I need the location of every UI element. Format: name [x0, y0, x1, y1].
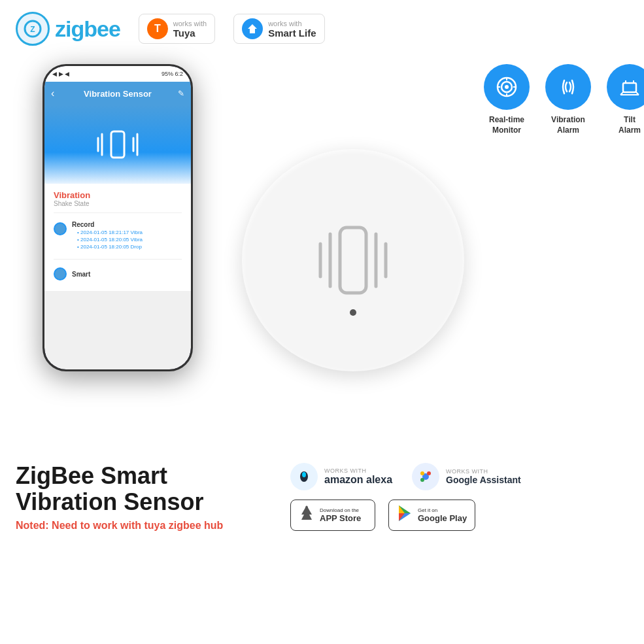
- smartlife-brand: Smart Life: [268, 27, 316, 39]
- phone-mockup: ◀ ▶ ◀ 95% 6:2 ‹ Vibration Sensor ✎: [42, 64, 193, 371]
- vibration-alarm-icon: [545, 64, 591, 110]
- zigbee-brand-text: zigbee: [55, 16, 120, 42]
- svg-point-32: [420, 478, 424, 482]
- app-store-name: APP Store: [320, 513, 361, 523]
- record-icon: [54, 222, 67, 235]
- bottom-section: ZigBee Smart Vibration Sensor Noted: Nee…: [0, 450, 644, 532]
- zigbee-logo: Z zigbee: [16, 12, 120, 46]
- feature-realtime: Real-timeMonitor: [484, 64, 530, 135]
- smartlife-icon: [242, 18, 263, 39]
- smartlife-badge: works with Smart Life: [233, 14, 324, 44]
- record-item-2: • 2024-01-05 18:20:05 Vibra: [72, 237, 143, 243]
- device-area: [222, 58, 484, 450]
- svg-point-33: [305, 506, 308, 509]
- google-icon: [412, 463, 439, 490]
- tuya-works-with: works with: [173, 20, 207, 27]
- feature-tilt: TiltAlarm: [607, 64, 644, 135]
- smartlife-text-area: works with Smart Life: [268, 20, 316, 39]
- vibration-label-feat: VibrationAlarm: [551, 115, 585, 135]
- realtime-label: Real-timeMonitor: [489, 115, 524, 135]
- alexa-badge: WORKS WITH amazon alexa: [290, 463, 392, 490]
- alexa-name: amazon alexa: [324, 474, 392, 486]
- record-title: Record: [72, 221, 143, 228]
- svg-point-27: [302, 472, 306, 477]
- phone-back-icon[interactable]: ‹: [51, 88, 54, 99]
- google-badge: WORKS WITH Google Assistant: [412, 463, 521, 490]
- feature-vibration: VibrationAlarm: [545, 64, 591, 135]
- app-store-text: Download on the APP Store: [320, 507, 361, 523]
- google-play-icon: [397, 504, 413, 526]
- google-play-badge[interactable]: Get it on Google Play: [388, 500, 475, 531]
- tuya-brand: Tuya: [173, 27, 207, 39]
- phone-blue-section: [44, 105, 191, 184]
- google-play-small: Get it on: [418, 507, 467, 513]
- svg-text:Z: Z: [30, 25, 35, 34]
- vibration-visual: [92, 125, 144, 164]
- title-line1: ZigBee Smart: [16, 462, 167, 489]
- store-row: Download on the APP Store Get it on Go: [290, 500, 628, 531]
- svg-point-14: [505, 85, 509, 89]
- google-play-text: Get it on Google Play: [418, 507, 467, 523]
- vibration-label: Vibration: [54, 190, 182, 200]
- smartlife-works-with: works with: [268, 20, 316, 27]
- device-dot: [350, 309, 356, 316]
- tuya-text-area: works with Tuya: [173, 20, 207, 39]
- phone-area: ◀ ▶ ◀ 95% 6:2 ‹ Vibration Sensor ✎: [13, 58, 222, 450]
- smart-section: Smart: [54, 263, 182, 284]
- alexa-text-area: WORKS WITH amazon alexa: [324, 467, 392, 486]
- record-content: Record • 2024-01-05 18:21:17 Vibra • 202…: [72, 221, 143, 251]
- product-note: Noted: Need to work with tuya zigbee hub: [16, 520, 264, 532]
- app-store-small: Download on the: [320, 507, 361, 513]
- voice-assistant-row: WORKS WITH amazon alexa: [290, 463, 628, 490]
- record-item-3: • 2024-01-05 18:20:05 Drop: [72, 244, 143, 250]
- divider-2: [54, 259, 182, 260]
- status-left: ◀ ▶ ◀: [52, 71, 69, 77]
- shake-state-label: Shake State: [54, 200, 182, 207]
- google-text-area: WORKS WITH Google Assistant: [446, 468, 521, 485]
- product-title: ZigBee Smart Vibration Sensor: [16, 463, 264, 515]
- device-vibration-svg: [301, 214, 405, 306]
- google-name: Google Assistant: [446, 475, 521, 485]
- phone-white-card: Vibration Shake State Record • 2024-01-0…: [44, 184, 191, 291]
- google-play-name: Google Play: [418, 513, 467, 523]
- divider-1: [54, 212, 182, 213]
- phone-edit-icon[interactable]: ✎: [178, 89, 184, 98]
- status-right: 95% 6:2: [161, 71, 183, 77]
- alexa-works-with: WORKS WITH: [324, 467, 392, 474]
- tuya-icon: T: [147, 18, 168, 39]
- phone-nav-title: Vibration Sensor: [84, 89, 152, 99]
- app-store-badge[interactable]: Download on the APP Store: [290, 500, 375, 531]
- svg-point-30: [427, 471, 431, 475]
- app-store-icon: [299, 504, 314, 526]
- svg-point-31: [420, 471, 424, 475]
- phone-status-bar: ◀ ▶ ◀ 95% 6:2: [44, 66, 191, 82]
- svg-rect-2: [111, 131, 124, 158]
- main-content: ◀ ▶ ◀ 95% 6:2 ‹ Vibration Sensor ✎: [0, 58, 644, 450]
- features-area: Real-timeMonitor VibrationAlarm: [484, 58, 644, 450]
- product-title-area: ZigBee Smart Vibration Sensor Noted: Nee…: [16, 463, 264, 532]
- realtime-monitor-icon: [484, 64, 530, 110]
- title-line2: Vibration Sensor: [16, 488, 203, 515]
- smart-label: Smart: [72, 271, 90, 278]
- zigbee-logo-icon: Z: [16, 12, 50, 46]
- alexa-icon: [290, 463, 318, 490]
- tilt-alarm-icon: [607, 64, 644, 110]
- tuya-badge: T works with Tuya: [139, 14, 215, 44]
- tilt-label: TiltAlarm: [619, 115, 641, 135]
- phone-nav-bar: ‹ Vibration Sensor ✎: [44, 82, 191, 105]
- google-works-with: WORKS WITH: [446, 468, 521, 475]
- record-section: Record • 2024-01-05 18:21:17 Vibra • 202…: [54, 217, 182, 255]
- header: Z zigbee T works with Tuya works with Sm…: [0, 0, 644, 58]
- features-row: Real-timeMonitor VibrationAlarm: [484, 64, 644, 135]
- smart-badges: WORKS WITH amazon alexa: [290, 463, 628, 531]
- phone-screen: ◀ ▶ ◀ 95% 6:2 ‹ Vibration Sensor ✎: [44, 66, 191, 369]
- device-circle: [242, 149, 464, 371]
- smart-icon: [54, 267, 67, 280]
- svg-rect-19: [623, 83, 636, 92]
- svg-rect-7: [340, 228, 366, 293]
- record-item-1: • 2024-01-05 18:21:17 Vibra: [72, 229, 143, 235]
